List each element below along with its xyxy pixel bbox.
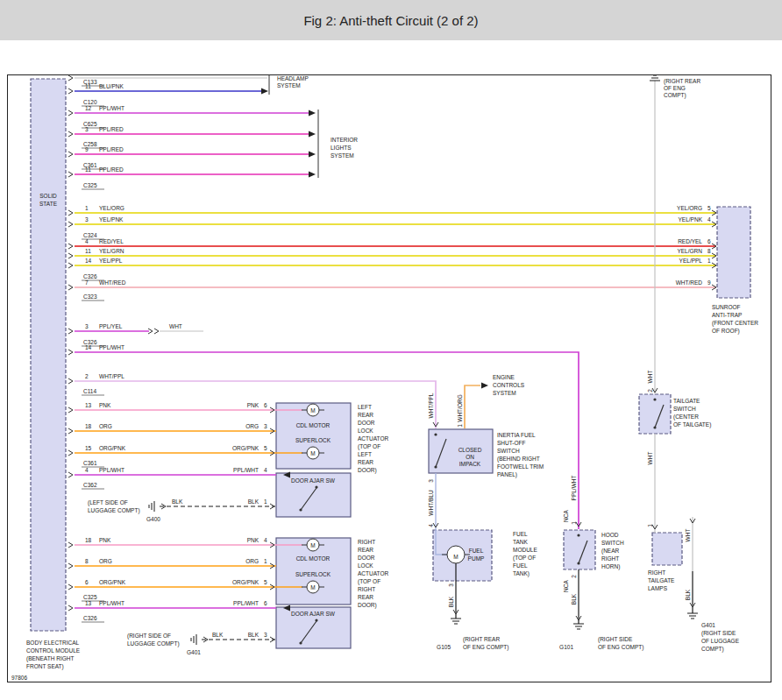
fuel-tank-module-label: TANK [513,539,529,545]
direction-arrow [309,110,316,117]
switch-contact [315,485,317,488]
switch-contact [577,534,579,536]
wire-label: BLK [248,498,259,505]
wire-label: PNK [247,537,259,543]
pin-chevron [68,584,73,590]
pin-chevron [68,450,73,456]
closed-on-impact-label: ON [466,454,474,460]
left-actuator-label: LOCK [358,428,373,434]
switch-contact [653,398,656,400]
pin-chevron [68,428,73,434]
wire-label: 11 [85,83,91,89]
wire-label: 5 [264,445,267,451]
wire-label: 4 [428,524,434,527]
right-tailgate-lamps-box [652,533,682,565]
motor-letter: M [310,584,315,590]
pin-chevron [68,329,73,334]
wire-label: WHT/PPL [428,392,434,418]
wire-label: ORG [245,423,259,429]
wire-label: 18 [85,537,92,543]
connector-label: C324 [83,232,97,238]
wire-label: ORG/PNK [99,579,126,585]
wire-label: 2 [647,389,653,392]
wire-label: 5 [707,205,711,211]
module-caption: BODY ELECTRICAL [26,640,80,646]
wire-label: YEL/PPL [99,258,123,264]
wire-label: BLK [448,596,454,607]
wire-label: 6 [264,600,267,606]
left-actuator-label: (TOP OF [358,443,380,450]
wire-label: 6 [264,402,267,408]
interior-lights-system-label: INTERIOR [331,137,358,143]
connector-label: C325 [83,182,97,188]
direction-arrow [309,172,316,178]
wire-label: 2 [85,373,89,379]
wire-label: WHT [647,452,653,465]
fuel-pump-label: FUEL [469,548,484,554]
right-actuator-label: RIGHT [358,586,375,592]
wire-label: ORG/PNK [99,445,126,451]
right-rear-eng-compt-label: (RIGHT REAR [664,78,700,85]
wire-whtorg [465,385,480,428]
wire-label: PPL/WHT [233,600,259,606]
engine-controls-system-label: ENGINE [493,374,515,380]
wire-label: PNK [99,402,111,408]
g400-location-label: (LEFT SIDE OF [88,499,128,506]
interior-lights-system-label: SYSTEM [331,152,354,159]
right-tailgate-lamps-label: TAILGATE [648,577,675,583]
pin-chevron [68,253,73,258]
g101-location-label: (RIGHT SIDE [598,636,633,643]
inertia-switch-label: SHUT-OFF [497,440,526,446]
wire-label: G401 [187,649,201,655]
g400-location-label: LUGGAGE COMPT) [88,507,140,514]
pin-chevron [68,605,73,611]
sheet-code: 97806 [11,675,27,681]
wire-label: 4 [707,216,711,223]
g401-right-label: OF LUGGAGE [701,638,740,644]
left-actuator-label: DOOR) [358,467,377,474]
g105-location-label: OF ENG COMPT) [463,644,508,651]
left-actuator-label: LEFT [358,451,372,457]
sunroof-anti-trap-label: SUNROOF [712,304,741,310]
module-caption: (BENEATH RIGHT [26,655,74,662]
pin-chevron [68,263,73,268]
wire-label: 5 [264,579,267,585]
right-tailgate-lamps-label: RIGHT [648,569,665,576]
direction-arrow [481,383,488,389]
tailgate-switch-label: SWITCH [673,406,696,412]
wire-label: 3 [264,632,267,638]
switch-contact [434,465,437,468]
wire-label: WHT/PPL [99,373,124,379]
sunroof-anti-trap-label: (FRONT CENTER [712,320,758,327]
pin-chevron [68,285,73,290]
wire-label: PPL/YEL [99,323,123,329]
wire-label: RED/YEL [678,238,702,244]
wire-label: PPL/WHT [99,105,124,111]
fuel-tank-module-label: TANK) [513,570,530,577]
wire-label: PPL/WHT [99,344,124,350]
wire-label: 2 [571,575,577,578]
wire-label: ORG/PNK [232,579,259,585]
wire-label: 1 [707,258,711,264]
switch-contact [577,562,579,564]
wire-label: WHT/ORG [457,394,463,421]
solid-state-label: SOLID [39,193,57,199]
connector-label: C325 [83,594,97,600]
body-electrical-control-module-box [31,79,66,631]
inertia-switch-label: (BEHIND RIGHT [497,456,540,463]
direction-arrow [261,88,268,95]
pin-chevron [68,210,73,216]
wire-label: 11 [85,248,91,254]
wire-label: YEL/ORG [677,205,702,211]
switch-contact [299,641,302,644]
wire-label: YEL/PNK [679,216,703,223]
module-caption: CONTROL MODULE [26,647,81,654]
fuel-tank-module-label: FUEL [513,562,528,569]
wire-label: PPL/WHT [571,476,577,501]
pin-chevron [68,131,73,137]
wire-label: ORG [245,558,259,564]
wire-label: 18 [85,423,92,429]
wire-label: 1 [264,558,267,564]
wire-label: WHT/RED [676,279,703,286]
right-tailgate-lamps-label: LAMPS [648,585,668,591]
